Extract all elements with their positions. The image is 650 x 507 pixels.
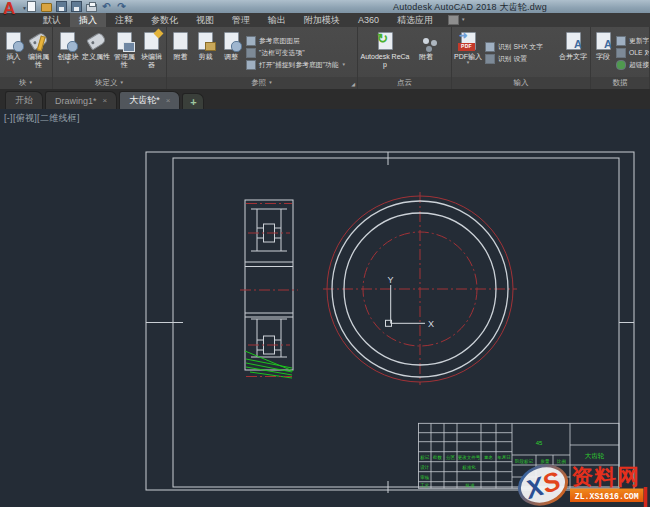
- svg-text:审核: 审核: [420, 475, 430, 480]
- import-row-buttons: 识别 SHX 文字 识别 设置: [483, 29, 559, 77]
- snap-to-underlay-button[interactable]: 打开"捕捉到参考底图"功能 ▼: [246, 60, 346, 70]
- tab-default[interactable]: 默认: [34, 13, 70, 27]
- close-icon[interactable]: ×: [103, 96, 108, 105]
- manage-attributes-button[interactable]: 管理属性: [110, 29, 138, 77]
- pdf-import-button[interactable]: ➜PDF PDF输入 ▼: [453, 29, 483, 77]
- tab-output[interactable]: 输出: [259, 13, 295, 27]
- tab-parametric[interactable]: 参数化: [142, 13, 187, 27]
- new-drawing-tab-button[interactable]: +: [182, 93, 204, 109]
- tab-addins[interactable]: 附加模块: [295, 13, 349, 27]
- clip-button[interactable]: 剪裁: [193, 29, 218, 77]
- edit-attribute-button[interactable]: 编辑属性: [26, 29, 51, 77]
- file-tab-start[interactable]: 开始: [5, 91, 43, 109]
- save-as-icon[interactable]: [71, 1, 82, 12]
- svg-text:设计: 设计: [420, 464, 430, 470]
- save-icon[interactable]: [56, 1, 67, 12]
- chevron-down-icon: ▼: [29, 81, 33, 86]
- combine-text-icon: A: [562, 30, 584, 52]
- hyperlink-button[interactable]: 超链接: [616, 60, 650, 70]
- define-attributes-icon: [85, 30, 107, 52]
- panel-label-reference[interactable]: 参照▼ ◢: [167, 77, 357, 89]
- watermark-url: ZL.XS1616.COM: [575, 492, 639, 501]
- app-menu-caret-icon[interactable]: ▼: [22, 5, 27, 11]
- panel-label-data[interactable]: 数据: [591, 77, 649, 89]
- ole-object-button[interactable]: OLE 对象: [616, 48, 650, 58]
- new-file-icon[interactable]: [26, 1, 37, 12]
- panel-import: ➜PDF PDF输入 ▼ 识别 SHX 文字 识别 设置 A: [452, 27, 591, 89]
- combine-text-button[interactable]: A 合并文字: [559, 29, 587, 77]
- ribbon: 插入 ▼ 编辑属性 块▼ 创建块 ▼: [0, 27, 650, 89]
- field-button[interactable]: A 字段: [592, 29, 614, 77]
- adjust-button[interactable]: 调整: [218, 29, 244, 77]
- panel-label-point-cloud[interactable]: 点云: [358, 77, 451, 89]
- update-field-icon: [616, 36, 626, 46]
- underlay-layers-button[interactable]: 参考底图图层: [246, 36, 346, 46]
- autocad-app-button[interactable]: A: [3, 0, 15, 17]
- plot-icon[interactable]: [86, 1, 97, 12]
- viewport-controls[interactable]: [-][俯视][二维线框]: [4, 112, 80, 125]
- chevron-down-icon: ▼: [342, 63, 346, 68]
- cad-drawing: Y X 标记 处数 分区 更改文件号 签名 年月日 设计 标准化 审核 工艺: [0, 109, 650, 507]
- field-icon: A: [592, 30, 614, 52]
- svg-text:质量: 质量: [541, 459, 551, 464]
- define-attributes-button[interactable]: 定义属性: [82, 29, 111, 77]
- create-block-icon: [57, 30, 79, 52]
- chevron-down-icon: ▼: [66, 61, 70, 66]
- attach-point-cloud-icon: [415, 30, 437, 52]
- reference-dialog-launcher-icon[interactable]: ◢: [351, 81, 355, 87]
- gear-hatching: [245, 351, 293, 378]
- panel-block-definition: 创建块 ▼ 定义属性 管理属性 块编辑器 块定义▼: [53, 27, 167, 89]
- panel-reference: 附着 剪裁 调整 参考底图图层 "边框可变: [167, 27, 358, 89]
- tab-annotate[interactable]: 注释: [106, 13, 142, 27]
- create-block-button[interactable]: 创建块 ▼: [54, 29, 82, 77]
- adjust-icon: [220, 30, 242, 52]
- recognition-settings-button[interactable]: 识别 设置: [485, 54, 557, 64]
- recognition-settings-icon: [485, 54, 495, 64]
- panel-label-block[interactable]: 块▼: [0, 77, 52, 89]
- block-editor-icon: [141, 30, 163, 52]
- autodesk-recap-button[interactable]: ↻ Autodesk ReCap: [359, 29, 411, 77]
- manage-attributes-icon: [113, 30, 135, 52]
- attach-reference-button[interactable]: 附着: [168, 29, 193, 77]
- open-file-icon[interactable]: [41, 1, 52, 12]
- tab-manage[interactable]: 管理: [223, 13, 259, 27]
- tab-featured-apps[interactable]: 精选应用: [388, 13, 442, 27]
- panel-block: 插入 ▼ 编辑属性 块▼: [0, 27, 53, 89]
- ole-object-icon: [616, 48, 626, 58]
- undo-icon[interactable]: ↶: [101, 1, 112, 12]
- file-tab-gear[interactable]: 大齿轮* ×: [119, 91, 180, 109]
- svg-text:工艺: 工艺: [420, 482, 430, 488]
- redo-icon[interactable]: ↷: [116, 1, 127, 12]
- frames-option-icon: [246, 48, 256, 58]
- panel-label-import[interactable]: 输入: [452, 77, 590, 89]
- clip-icon: [195, 30, 217, 52]
- svg-text:签名: 签名: [484, 455, 493, 460]
- data-row-buttons: 更新字段 OLE 对象 超链接: [614, 29, 650, 77]
- file-tab-drawing1[interactable]: Drawing1* ×: [45, 91, 117, 109]
- reference-row-buttons: 参考底图图层 "边框可变选项" 打开"捕捉到参考底图"功能 ▼: [244, 29, 348, 77]
- insert-block-button[interactable]: 插入 ▼: [1, 29, 26, 77]
- tab-insert[interactable]: 插入: [70, 13, 106, 27]
- frames-option-button[interactable]: "边框可变选项": [246, 48, 346, 58]
- drawing-canvas[interactable]: [-][俯视][二维线框]: [0, 109, 650, 507]
- svg-text:比例: 比例: [557, 459, 567, 465]
- material-label: 45: [536, 440, 543, 446]
- tab-a360[interactable]: A360: [349, 13, 388, 27]
- sheet-border: [146, 152, 634, 493]
- autodesk-recap-icon: ↻: [374, 30, 396, 52]
- watermark-name: 资料网: [572, 465, 641, 489]
- ucs-y-label: Y: [388, 275, 394, 285]
- update-field-button[interactable]: 更新字段: [616, 36, 650, 46]
- tab-view[interactable]: 视图: [187, 13, 223, 27]
- ribbon-display-options[interactable]: ▼: [448, 13, 465, 27]
- svg-text:年月日: 年月日: [497, 455, 511, 460]
- underlay-layers-icon: [246, 36, 256, 46]
- close-icon[interactable]: ×: [166, 96, 171, 105]
- panel-point-cloud: ↻ Autodesk ReCap 附着 点云: [358, 27, 452, 89]
- recognize-shx-text-button[interactable]: 识别 SHX 文字: [485, 42, 557, 52]
- block-editor-button[interactable]: 块编辑器: [138, 29, 165, 77]
- panel-label-block-definition[interactable]: 块定义▼: [53, 77, 166, 89]
- attach-point-cloud-button[interactable]: 附着: [411, 29, 441, 77]
- panel-data: A 字段 更新字段 OLE 对象 超链接: [591, 27, 650, 89]
- svg-text:分区: 分区: [446, 454, 456, 460]
